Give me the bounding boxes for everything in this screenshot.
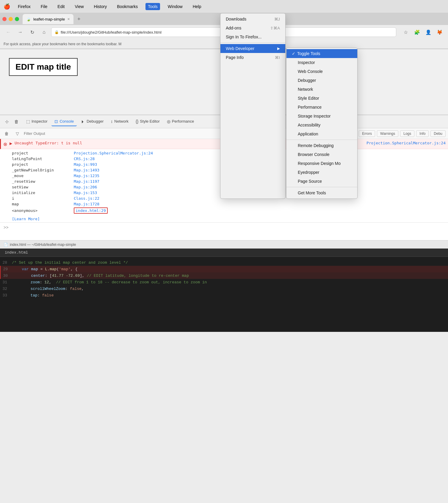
bookmark-icon[interactable]: ☆ (401, 27, 411, 37)
error-expand-button[interactable]: ▶ (10, 141, 12, 146)
learn-more-link[interactable]: [Learn More] (0, 215, 448, 222)
submenu-storage-inspector[interactable]: Storage Inspector (286, 112, 357, 121)
style-editor-label: Style Editor (140, 119, 159, 124)
profile-icon[interactable]: 👤 (424, 27, 433, 37)
submenu-style-editor[interactable]: Style Editor (286, 94, 357, 103)
stack-file-link-highlighted[interactable]: index.html:29 (74, 207, 108, 214)
submenu-page-source[interactable]: Page Source (286, 177, 357, 186)
devtools-console-tab[interactable]: ⊡ Console (51, 117, 77, 126)
menubar-window[interactable]: Window (165, 3, 185, 10)
traffic-lights (2, 17, 19, 21)
menubar-edit[interactable]: Edit (55, 3, 67, 10)
line-content[interactable]: zoom: 12, // EDIT from 1 to 18 -- decrea… (12, 280, 448, 285)
submenu-browser-console[interactable]: Browser Console (286, 150, 357, 159)
menubar-help[interactable]: Help (190, 3, 204, 10)
extensions-icon[interactable]: 🧩 (412, 27, 422, 37)
prompt-chevron-icon: >> (4, 225, 8, 230)
close-window-button[interactable] (2, 17, 7, 21)
submenu-accessibility[interactable]: Accessibility (286, 121, 357, 129)
error-circle-icon: ⊗ (3, 141, 7, 147)
submenu-remote-debugging[interactable]: Remote Debugging (286, 141, 357, 150)
devtools-debugger-tab[interactable]: ⏵ Debugger (78, 117, 106, 126)
submenu-debugger-label: Debugger (298, 78, 316, 83)
filter-info-badge[interactable]: Info (416, 130, 429, 137)
stack-file-link[interactable]: Map.js:1728 (74, 202, 99, 206)
line-content[interactable]: scrollWheelZoom: false, (12, 287, 448, 291)
code-line-31: 31 zoom: 12, // EDIT from 1 to 18 -- dec… (0, 279, 448, 285)
submenu-separator-2 (286, 187, 357, 187)
fullscreen-window-button[interactable] (15, 17, 19, 21)
addons-label: Add-ons (226, 26, 241, 30)
stack-file-link[interactable]: Map.js:1235 (74, 174, 99, 178)
stack-file-link[interactable]: Map.js:1493 (74, 168, 99, 172)
submenu-get-more-tools[interactable]: Get More Tools (286, 188, 357, 197)
devtools-style-editor-tab[interactable]: {} Style Editor (133, 117, 163, 126)
stack-file-link[interactable]: Class.js:22 (74, 196, 99, 201)
home-button[interactable]: ⌂ (39, 27, 49, 37)
stack-file-link[interactable]: Map.js:1197 (74, 179, 99, 184)
filter-trash-button[interactable]: 🗑 (2, 129, 11, 138)
filter-logs-badge[interactable]: Logs (400, 130, 414, 137)
tab-close-button[interactable]: ✕ (67, 17, 70, 21)
submenu-debugger[interactable]: Debugger (286, 76, 357, 85)
filter-warnings-badge[interactable]: Warnings (377, 130, 398, 137)
devtools-network-tab[interactable]: ↕ Network (108, 117, 131, 126)
devtools-inspector-tab[interactable]: ⬚ Inspector (23, 117, 50, 126)
submenu-performance[interactable]: Performance (286, 103, 357, 112)
menubar-tools[interactable]: Tools (145, 3, 160, 10)
menubar-bookmarks[interactable]: Bookmarks (115, 3, 140, 10)
menu-item-web-developer[interactable]: Web Developer ▶ (220, 44, 285, 53)
filter-debug-badge[interactable]: Debu (430, 130, 446, 137)
stack-file-link[interactable]: Map.js:153 (74, 190, 97, 195)
devtools-delete-button[interactable]: 🗑 (12, 117, 21, 126)
submenu-get-more-tools-label: Get More Tools (298, 190, 326, 195)
menu-item-page-info[interactable]: Page Info ⌘I (220, 53, 285, 62)
submenu-toggle-tools[interactable]: ✓ Toggle Tools (286, 49, 357, 58)
line-content[interactable]: var map = L.map('map', { (12, 267, 448, 271)
menu-container: Downloads ⌘J Add-ons ⇧⌘A Sign In To Fire… (220, 13, 358, 199)
checkmark-icon: ✓ (292, 51, 295, 56)
line-content[interactable]: center: [41.77 -72.69], // EDIT latitude… (12, 274, 448, 278)
stack-file-link[interactable]: Map.js:993 (74, 162, 97, 167)
filter-funnel-icon: ▽ (13, 129, 21, 138)
new-tab-button[interactable]: + (75, 15, 83, 23)
menu-item-downloads[interactable]: Downloads ⌘J (220, 15, 285, 24)
forward-button[interactable]: → (15, 27, 25, 37)
menubar-firefox[interactable]: Firefox (15, 3, 33, 10)
status-bar: 📄 index.html — ~/GitHub/leaflet-map-simp… (0, 240, 448, 249)
submenu-eyedropper[interactable]: Eyedropper (286, 168, 357, 177)
code-editor-filename: index.html (5, 250, 28, 255)
stack-file-link[interactable]: Projection.SphericalMercator.js:24 (74, 151, 153, 155)
browser-tab[interactable]: 🍃 leaflet-map-simple ✕ (23, 14, 73, 24)
line-content[interactable]: /* Set up the initial map center and zoo… (12, 260, 448, 265)
submenu-responsive-design[interactable]: Responsive Design Mo (286, 159, 357, 168)
menubar-file[interactable]: File (38, 3, 50, 10)
tab-title: leaflet-map-simple (33, 17, 65, 21)
submenu-eyedropper-label: Eyedropper (298, 170, 319, 175)
devtools-performance-tab[interactable]: ◎ Performance (164, 117, 197, 126)
submenu-network[interactable]: Network (286, 85, 357, 94)
debugger-label: Debugger (87, 119, 104, 124)
back-button[interactable]: ← (4, 27, 13, 37)
menu-item-addons[interactable]: Add-ons ⇧⌘A (220, 24, 285, 32)
menubar-view[interactable]: View (72, 3, 86, 10)
code-editor: index.html 28 /* Set up the initial map … (0, 249, 448, 332)
stack-file-link[interactable]: Map.js:206 (74, 185, 97, 189)
menubar-history[interactable]: History (92, 3, 109, 10)
devtools-pick-element-button[interactable]: ⊹ (2, 117, 11, 126)
menu-item-signin[interactable]: Sign In To Firefox... (220, 32, 285, 41)
minimize-window-button[interactable] (9, 17, 13, 21)
filter-errors-badge[interactable]: Errors (359, 130, 375, 137)
error-location-link[interactable]: Projection.SphericalMercator.js:24 (366, 141, 446, 145)
nav-icons: ☆ 🧩 👤 🦊 (401, 27, 444, 37)
firefox-menu-icon[interactable]: 🦊 (435, 27, 444, 37)
reload-button[interactable]: ↻ (27, 27, 37, 37)
stack-file-link[interactable]: CRS.js:28 (74, 157, 95, 161)
submenu-application[interactable]: Application (286, 129, 357, 138)
performance-label: Performance (172, 119, 194, 124)
submenu-web-console[interactable]: Web Console (286, 67, 357, 76)
submenu-inspector[interactable]: Inspector (286, 58, 357, 67)
apple-icon[interactable]: 🍎 (4, 3, 10, 10)
line-content[interactable]: tap: false (12, 293, 448, 298)
line-number: 29 (1, 267, 12, 271)
